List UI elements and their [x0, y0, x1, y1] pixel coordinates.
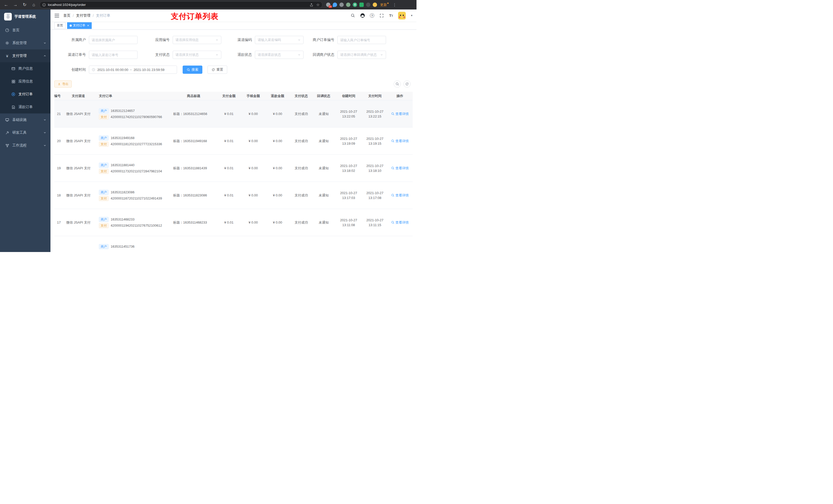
- sidebar-item-label: 支付管理: [12, 53, 27, 58]
- export-button[interactable]: 导出: [54, 80, 72, 88]
- font-size-icon[interactable]: TT: [389, 13, 393, 18]
- sidebar-item-home[interactable]: 首页: [0, 24, 50, 37]
- sidebar-item-merchant-info[interactable]: 商户信息: [0, 62, 50, 75]
- pay-order-cell: 商户 1635312124657 支付 42000011742021102780…: [94, 107, 171, 121]
- address-bar[interactable]: localhost:1024/pay/order ☆: [40, 1, 323, 8]
- avatar[interactable]: [398, 12, 406, 20]
- forward-icon[interactable]: →: [12, 1, 19, 8]
- create-time-cell: 2021-10-2713:11:08: [335, 218, 363, 227]
- view-detail-icon: [391, 112, 395, 116]
- extension-drop-icon[interactable]: [333, 3, 337, 7]
- title-cell: 标题：1635311881439: [171, 166, 217, 171]
- channel-order-no-input[interactable]: [89, 51, 138, 59]
- notify-status-select[interactable]: 请选择订单回调商户状态: [337, 51, 386, 59]
- sidebar-item-label: 应用信息: [19, 79, 33, 84]
- refresh-icon[interactable]: [403, 80, 411, 88]
- view-detail-link[interactable]: 查看详情: [387, 112, 413, 116]
- view-detail-link[interactable]: 查看详情: [387, 139, 413, 143]
- create-time-cell: 2021-10-2713:19:09: [335, 136, 363, 146]
- site-info-icon[interactable]: [42, 3, 46, 7]
- pay-status-select[interactable]: 请选择支付状态: [173, 51, 221, 59]
- table-body: 21 微信 JSAPI 支付 商户 1635312124657 支付 42000…: [54, 100, 413, 252]
- view-detail-link[interactable]: 查看详情: [387, 193, 413, 198]
- sidebar-item-devtools[interactable]: 研发工具: [0, 126, 50, 139]
- close-icon[interactable]: ×: [87, 24, 89, 27]
- toggle-search-icon[interactable]: [394, 80, 401, 88]
- extension-pin-icon[interactable]: [366, 3, 371, 7]
- sidebar-item-app-info[interactable]: 应用信息: [0, 75, 50, 88]
- reset-button[interactable]: 重置: [208, 66, 227, 74]
- refund-status-select[interactable]: 请选择退款状态: [255, 51, 304, 59]
- create-time-label: 创建时间: [54, 67, 89, 72]
- filter-row-2: 渠道订单号 支付状态 请选择支付状态 退款状态 请选择退款状态: [54, 51, 413, 59]
- extension-icon-1[interactable]: 10: [326, 3, 330, 7]
- pay-tag: 支付: [99, 169, 109, 174]
- app-no-label: 应用编号: [138, 38, 173, 42]
- merchant-order-no: 1635311949168: [111, 136, 135, 140]
- pay-order-no: 4200001194202110276752100612: [111, 223, 162, 227]
- merchant-tag: 商户: [99, 108, 109, 114]
- merchant-order-no-input[interactable]: [337, 36, 386, 44]
- chevron-down-icon: [43, 118, 46, 121]
- col-id: 编号: [54, 94, 63, 98]
- breadcrumb-home[interactable]: 首页: [63, 13, 70, 18]
- help-icon[interactable]: ?: [370, 13, 374, 18]
- search-button[interactable]: 搜索: [183, 66, 203, 74]
- col-actions: 操作: [387, 94, 413, 98]
- col-title: 商品标题: [171, 94, 217, 98]
- merchant-order-no-field[interactable]: [340, 38, 383, 42]
- owner-merchant-field[interactable]: [92, 38, 135, 42]
- merchant-tag: 商户: [99, 190, 109, 195]
- logo-image: [4, 13, 12, 21]
- fee-cell: ¥ 0.00: [241, 112, 265, 116]
- gear-icon: [5, 41, 9, 45]
- active-tab-dot: [70, 25, 72, 27]
- sidebar-item-infrastructure[interactable]: 基础设施: [0, 114, 50, 126]
- vue-devtools-icon[interactable]: V: [353, 3, 357, 7]
- sidebar: 芋道管理系统 首页 系统管理 ¥ 支付管理: [0, 9, 50, 252]
- search-icon[interactable]: [351, 13, 355, 18]
- merchant-order-no: 1635311451736: [111, 245, 135, 248]
- reload-icon[interactable]: ↻: [21, 1, 28, 8]
- back-icon[interactable]: ←: [3, 1, 10, 8]
- sidebar-item-pay-order[interactable]: 支付订单: [0, 88, 50, 101]
- sidebar-item-system[interactable]: 系统管理: [0, 37, 50, 49]
- channel-code-select[interactable]: 请输入渠道编码: [255, 36, 304, 44]
- view-detail-icon: [391, 221, 395, 224]
- browser-menu-icon[interactable]: ⋮: [392, 3, 398, 7]
- extension-chat-icon[interactable]: [359, 3, 364, 7]
- sidebar-item-workflow[interactable]: 工作流程: [0, 139, 50, 152]
- browser-update-button[interactable]: 更新: [380, 3, 388, 7]
- breadcrumb-payment[interactable]: 支付管理: [76, 13, 90, 18]
- bookmark-star-icon[interactable]: ☆: [316, 3, 320, 7]
- pay-order-no: 4200001173202110272847982104: [111, 169, 162, 173]
- tab-pay-order[interactable]: 支付订单 ×: [67, 22, 92, 29]
- grid-icon: [11, 79, 15, 83]
- avatar-caret-icon[interactable]: ▾: [411, 14, 412, 17]
- pay-time-cell: 2021-10-2713:11:15: [363, 218, 387, 227]
- pay-tag: 支付: [99, 115, 109, 120]
- home-icon[interactable]: ⌂: [30, 1, 38, 8]
- title-cell: 标题：1635311823086: [171, 193, 217, 198]
- create-time-range-input[interactable]: 2021-10-01 00:00:00 - 2021-10-31 23:59:5…: [89, 66, 177, 74]
- sidebar-toggle-icon[interactable]: [54, 14, 59, 18]
- tools-icon: [5, 130, 9, 135]
- extension-icon-2[interactable]: [339, 3, 344, 7]
- github-icon[interactable]: [360, 13, 365, 18]
- sidebar-item-refund-order[interactable]: 退款订单: [0, 101, 50, 114]
- view-detail-link[interactable]: 查看详情: [387, 220, 413, 225]
- extension-face-icon[interactable]: [373, 3, 377, 7]
- channel-order-no-field[interactable]: [92, 53, 135, 57]
- notify-status-cell: 未通知: [313, 220, 335, 225]
- view-detail-link[interactable]: 查看详情: [387, 166, 413, 171]
- tab-home[interactable]: 首页: [54, 22, 66, 29]
- sidebar-item-payment[interactable]: ¥ 支付管理: [0, 49, 50, 62]
- owner-merchant-input[interactable]: [89, 36, 138, 44]
- create-time-cell: 2021-10-2713:18:02: [335, 163, 363, 173]
- fullscreen-icon[interactable]: [379, 13, 384, 18]
- url-text: localhost:1024/pay/order: [48, 3, 308, 7]
- app-no-select[interactable]: 请选择应用信息: [173, 36, 221, 44]
- extension-icon-3[interactable]: [346, 3, 351, 7]
- share-icon[interactable]: [310, 3, 313, 7]
- refund-cell: ¥ 0.00: [265, 139, 290, 143]
